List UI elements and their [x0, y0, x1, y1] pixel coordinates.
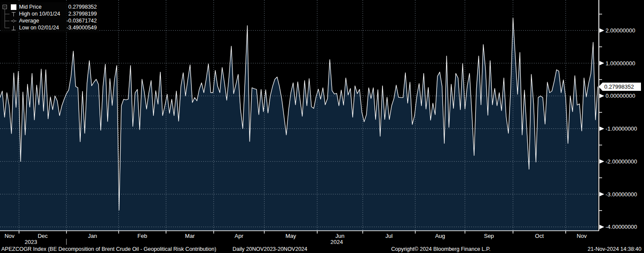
- area-fill: [0, 18, 598, 231]
- y-axis-label: -2.00000000: [606, 158, 637, 165]
- legend-row-average[interactable]: Average -0.03671742: [1, 17, 99, 24]
- legend-value: -0.03671742: [67, 17, 97, 24]
- month-label: Nov: [577, 233, 587, 239]
- y-axis-label: 1.00000000: [606, 60, 635, 67]
- timestamp: 21-Nov-2024 14:38:40: [588, 246, 641, 252]
- legend-label: High on 10/01/24: [19, 10, 60, 17]
- y-axis-label: 0.00000000: [606, 93, 635, 99]
- month-label: Sep: [484, 233, 494, 239]
- y-tick-arrow-icon: [599, 192, 604, 196]
- month-label: Jan: [88, 233, 97, 239]
- legend-row-low[interactable]: Low on 02/01/24 -3.49000549: [1, 24, 99, 31]
- legend-value: 2.37998199: [68, 10, 97, 17]
- y-tick-arrow-icon: [599, 225, 604, 229]
- legend-label: Mid Price: [19, 3, 41, 10]
- copyright-text: Copyright© 2024 Bloomberg Finance L.P.: [391, 246, 491, 252]
- month-label: Feb: [137, 233, 147, 239]
- month-label: Nov: [4, 233, 15, 239]
- month-label: Oct: [535, 233, 544, 239]
- y-tick-arrow-icon: [599, 28, 604, 32]
- legend-label: Low on 02/01/24: [19, 24, 59, 31]
- month-label: Jul: [386, 233, 393, 239]
- month-label: May: [285, 233, 296, 239]
- month-label: Jun: [335, 233, 344, 239]
- legend-row-mid-price[interactable]: Mid Price 0.27998352: [1, 3, 99, 10]
- chart-legend: Mid Price 0.27998352 High on 10/01/24 2.…: [1, 2, 99, 32]
- y-axis-label: -4.00000000: [606, 224, 637, 230]
- y-axis-label: -3.00000000: [606, 191, 637, 198]
- status-bar: APEZCOGR Index (BE Decomposition of Bren…: [0, 245, 644, 253]
- month-label: Mar: [185, 233, 195, 239]
- year-label: 2024: [330, 239, 343, 245]
- price-chart-plot[interactable]: 2.000000001.000000000.00000000-1.0000000…: [0, 0, 644, 253]
- legend-value: 0.27998352: [68, 3, 97, 10]
- y-tick-arrow-icon: [599, 61, 604, 65]
- month-label: Aug: [435, 233, 445, 239]
- last-price-label: 0.27998352: [604, 83, 634, 90]
- month-label: Apr: [235, 233, 244, 239]
- chart-title: APEZCOGR Index (BE Decomposition of Bren…: [1, 246, 216, 252]
- chart-period: Daily 20NOV2023-20NOV2024: [233, 246, 307, 252]
- y-axis-label: 2.00000000: [606, 27, 635, 34]
- legend-label: Average: [19, 17, 39, 24]
- y-tick-arrow-icon: [599, 94, 604, 98]
- y-tick-arrow-icon: [599, 159, 604, 163]
- year-label: 2023: [25, 239, 37, 245]
- legend-row-high[interactable]: High on 10/01/24 2.37998199: [1, 10, 99, 17]
- legend-value: -3.49000549: [67, 24, 97, 31]
- month-label: Dec: [38, 233, 48, 239]
- y-tick-arrow-icon: [599, 127, 604, 131]
- y-axis-label: -1.00000000: [606, 125, 637, 132]
- bloomberg-chart-window: 2.000000001.000000000.00000000-1.0000000…: [0, 0, 644, 253]
